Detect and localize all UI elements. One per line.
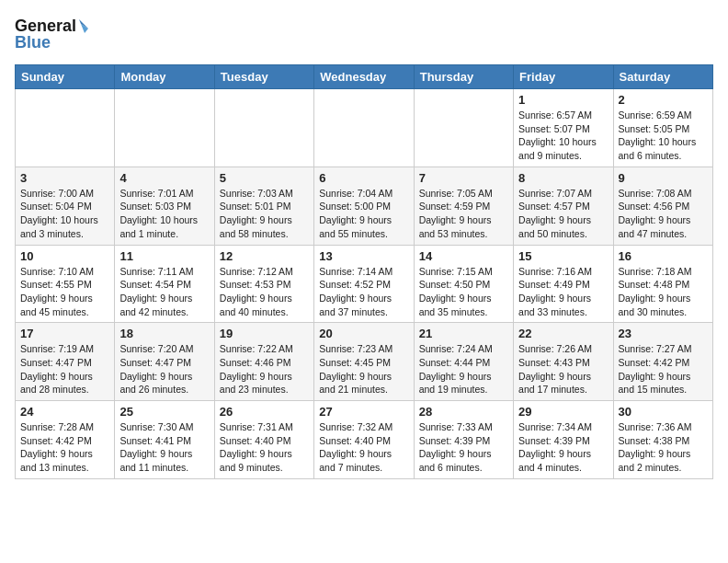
day-number: 20 — [319, 327, 408, 340]
calendar-cell: 17Sunrise: 7:19 AM Sunset: 4:47 PM Dayli… — [16, 323, 115, 401]
svg-text:General: General — [15, 17, 76, 35]
calendar-cell: 21Sunrise: 7:24 AM Sunset: 4:44 PM Dayli… — [414, 323, 513, 401]
calendar-cell: 23Sunrise: 7:27 AM Sunset: 4:42 PM Dayli… — [613, 323, 712, 401]
day-info: Sunrise: 7:15 AM Sunset: 4:50 PM Dayligh… — [419, 265, 508, 319]
day-number: 19 — [220, 327, 309, 340]
weekday-header-thursday: Thursday — [414, 65, 513, 89]
calendar-cell: 1Sunrise: 6:57 AM Sunset: 5:07 PM Daylig… — [514, 89, 613, 167]
day-number: 29 — [518, 405, 608, 419]
day-number: 5 — [220, 171, 309, 185]
calendar-cell: 30Sunrise: 7:36 AM Sunset: 4:38 PM Dayli… — [613, 401, 712, 479]
day-info: Sunrise: 7:27 AM Sunset: 4:42 PM Dayligh… — [619, 342, 708, 396]
calendar-cell: 24Sunrise: 7:28 AM Sunset: 4:42 PM Dayli… — [16, 401, 115, 479]
calendar-cell: 4Sunrise: 7:01 AM Sunset: 5:03 PM Daylig… — [115, 167, 214, 245]
calendar-cell: 12Sunrise: 7:12 AM Sunset: 4:53 PM Dayli… — [214, 245, 313, 323]
day-number: 28 — [419, 405, 508, 419]
day-info: Sunrise: 7:26 AM Sunset: 4:43 PM Dayligh… — [518, 342, 608, 396]
weekday-header-friday: Friday — [514, 65, 613, 89]
calendar-cell: 18Sunrise: 7:20 AM Sunset: 4:47 PM Dayli… — [115, 323, 214, 401]
day-number: 24 — [20, 405, 109, 419]
weekday-header-wednesday: Wednesday — [314, 65, 414, 89]
calendar-cell: 25Sunrise: 7:30 AM Sunset: 4:41 PM Dayli… — [115, 401, 214, 479]
calendar-cell: 16Sunrise: 7:18 AM Sunset: 4:48 PM Dayli… — [613, 245, 712, 323]
logo: GeneralBlue — [15, 15, 88, 53]
day-info: Sunrise: 7:24 AM Sunset: 4:44 PM Dayligh… — [419, 342, 508, 396]
day-info: Sunrise: 7:05 AM Sunset: 4:59 PM Dayligh… — [419, 187, 508, 241]
calendar-table: SundayMondayTuesdayWednesdayThursdayFrid… — [15, 64, 713, 479]
day-info: Sunrise: 7:33 AM Sunset: 4:39 PM Dayligh… — [419, 420, 508, 475]
day-info: Sunrise: 7:28 AM Sunset: 4:42 PM Dayligh… — [20, 420, 109, 475]
calendar-cell: 8Sunrise: 7:07 AM Sunset: 4:57 PM Daylig… — [514, 167, 613, 245]
day-info: Sunrise: 7:34 AM Sunset: 4:39 PM Dayligh… — [518, 420, 608, 475]
day-info: Sunrise: 7:20 AM Sunset: 4:47 PM Dayligh… — [119, 342, 209, 396]
calendar-week-1: 1Sunrise: 6:57 AM Sunset: 5:07 PM Daylig… — [16, 89, 713, 167]
day-number: 13 — [319, 249, 408, 263]
calendar-cell — [16, 89, 115, 167]
day-info: Sunrise: 7:14 AM Sunset: 4:52 PM Dayligh… — [319, 265, 408, 319]
calendar-cell: 10Sunrise: 7:10 AM Sunset: 4:55 PM Dayli… — [16, 245, 115, 323]
calendar-cell: 29Sunrise: 7:34 AM Sunset: 4:39 PM Dayli… — [514, 401, 613, 479]
day-info: Sunrise: 7:30 AM Sunset: 4:41 PM Dayligh… — [119, 420, 209, 475]
calendar-cell: 22Sunrise: 7:26 AM Sunset: 4:43 PM Dayli… — [514, 323, 613, 401]
calendar-cell: 20Sunrise: 7:23 AM Sunset: 4:45 PM Dayli… — [314, 323, 414, 401]
day-info: Sunrise: 7:08 AM Sunset: 4:56 PM Dayligh… — [619, 187, 708, 241]
day-info: Sunrise: 7:03 AM Sunset: 5:01 PM Dayligh… — [220, 187, 309, 241]
page-header: GeneralBlue — [15, 15, 713, 53]
day-info: Sunrise: 7:10 AM Sunset: 4:55 PM Dayligh… — [20, 265, 109, 319]
calendar-cell: 28Sunrise: 7:33 AM Sunset: 4:39 PM Dayli… — [414, 401, 513, 479]
calendar-cell: 26Sunrise: 7:31 AM Sunset: 4:40 PM Dayli… — [214, 401, 313, 479]
day-number: 10 — [20, 249, 109, 263]
day-info: Sunrise: 7:18 AM Sunset: 4:48 PM Dayligh… — [619, 265, 708, 319]
weekday-header-saturday: Saturday — [613, 65, 712, 89]
calendar-cell — [414, 89, 513, 167]
weekday-header-tuesday: Tuesday — [214, 65, 313, 89]
calendar-cell: 11Sunrise: 7:11 AM Sunset: 4:54 PM Dayli… — [115, 245, 214, 323]
day-number: 18 — [119, 327, 209, 340]
day-info: Sunrise: 7:00 AM Sunset: 5:04 PM Dayligh… — [20, 187, 109, 241]
calendar-cell: 15Sunrise: 7:16 AM Sunset: 4:49 PM Dayli… — [514, 245, 613, 323]
day-info: Sunrise: 7:36 AM Sunset: 4:38 PM Dayligh… — [619, 420, 708, 475]
logo-svg: GeneralBlue — [15, 15, 88, 53]
day-info: Sunrise: 7:12 AM Sunset: 4:53 PM Dayligh… — [220, 265, 309, 319]
day-number: 8 — [518, 171, 608, 185]
calendar-cell: 9Sunrise: 7:08 AM Sunset: 4:56 PM Daylig… — [613, 167, 712, 245]
calendar-cell: 14Sunrise: 7:15 AM Sunset: 4:50 PM Dayli… — [414, 245, 513, 323]
day-number: 9 — [619, 171, 708, 185]
calendar-cell: 7Sunrise: 7:05 AM Sunset: 4:59 PM Daylig… — [414, 167, 513, 245]
weekday-header-sunday: Sunday — [16, 65, 115, 89]
calendar-cell: 2Sunrise: 6:59 AM Sunset: 5:05 PM Daylig… — [613, 89, 712, 167]
day-number: 27 — [319, 405, 408, 419]
calendar-cell — [115, 89, 214, 167]
day-info: Sunrise: 7:04 AM Sunset: 5:00 PM Dayligh… — [319, 187, 408, 241]
day-info: Sunrise: 7:22 AM Sunset: 4:46 PM Dayligh… — [220, 342, 309, 396]
day-number: 30 — [619, 405, 708, 419]
day-info: Sunrise: 7:31 AM Sunset: 4:40 PM Dayligh… — [220, 420, 309, 475]
calendar-week-2: 3Sunrise: 7:00 AM Sunset: 5:04 PM Daylig… — [16, 167, 713, 245]
day-number: 12 — [220, 249, 309, 263]
calendar-cell: 19Sunrise: 7:22 AM Sunset: 4:46 PM Dayli… — [214, 323, 313, 401]
day-number: 3 — [20, 171, 109, 185]
day-info: Sunrise: 7:16 AM Sunset: 4:49 PM Dayligh… — [518, 265, 608, 319]
svg-text:Blue: Blue — [15, 33, 51, 52]
day-number: 17 — [20, 327, 109, 340]
calendar-week-4: 17Sunrise: 7:19 AM Sunset: 4:47 PM Dayli… — [16, 323, 713, 401]
day-number: 16 — [619, 249, 708, 263]
calendar-week-5: 24Sunrise: 7:28 AM Sunset: 4:42 PM Dayli… — [16, 401, 713, 479]
day-number: 22 — [518, 327, 608, 340]
day-number: 21 — [419, 327, 508, 340]
day-number: 11 — [119, 249, 209, 263]
day-number: 7 — [419, 171, 508, 185]
day-number: 1 — [518, 93, 608, 107]
day-info: Sunrise: 7:19 AM Sunset: 4:47 PM Dayligh… — [20, 342, 109, 396]
calendar-cell: 3Sunrise: 7:00 AM Sunset: 5:04 PM Daylig… — [16, 167, 115, 245]
calendar-cell: 13Sunrise: 7:14 AM Sunset: 4:52 PM Dayli… — [314, 245, 414, 323]
day-info: Sunrise: 7:07 AM Sunset: 4:57 PM Dayligh… — [518, 187, 608, 241]
day-number: 4 — [119, 171, 209, 185]
day-info: Sunrise: 7:11 AM Sunset: 4:54 PM Dayligh… — [119, 265, 209, 319]
calendar-cell: 6Sunrise: 7:04 AM Sunset: 5:00 PM Daylig… — [314, 167, 414, 245]
day-info: Sunrise: 7:23 AM Sunset: 4:45 PM Dayligh… — [319, 342, 408, 396]
calendar-cell — [214, 89, 313, 167]
day-info: Sunrise: 7:32 AM Sunset: 4:40 PM Dayligh… — [319, 420, 408, 475]
day-number: 14 — [419, 249, 508, 263]
weekday-header-monday: Monday — [115, 65, 214, 89]
